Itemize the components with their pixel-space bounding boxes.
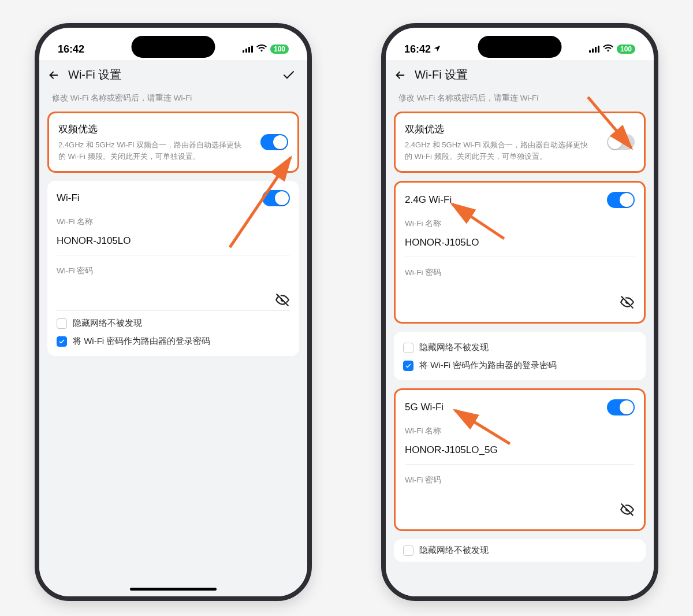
- checkbox-unchecked-icon[interactable]: [403, 546, 413, 556]
- wifi-24g-pw-value[interactable]: [405, 286, 635, 313]
- use-pw-login-row[interactable]: 将 Wi-Fi 密码作为路由器的登录密码: [57, 329, 290, 347]
- wifi-toggle[interactable]: [262, 190, 290, 206]
- hide-ssid-label: 隐藏网络不被发现: [73, 318, 142, 329]
- dual-band-desc: 2.4GHz 和 5GHz Wi-Fi 双频合一，路由器自动选择更快的 Wi-F…: [58, 139, 249, 162]
- svg-rect-5: [589, 50, 591, 53]
- checkbox-checked-icon[interactable]: [403, 361, 413, 371]
- reconnect-notice: 修改 Wi-Fi 名称或密码后，请重连 Wi-Fi: [386, 91, 654, 112]
- dual-band-toggle[interactable]: [260, 134, 288, 150]
- wifi-24g-card: 2.4G Wi-Fi Wi-Fi 名称 HONOR-J105LO Wi-Fi 密…: [394, 181, 646, 324]
- eye-off-icon[interactable]: [620, 295, 635, 313]
- notch: [478, 36, 562, 58]
- wifi-title: Wi-Fi: [57, 192, 80, 204]
- use-pw-login-row[interactable]: 将 Wi-Fi 密码作为路由器的登录密码: [403, 353, 636, 371]
- page-title: Wi-Fi 设置: [68, 67, 121, 83]
- home-indicator[interactable]: [130, 588, 217, 591]
- battery-indicator: 100: [270, 44, 289, 54]
- checkbox-unchecked-icon[interactable]: [403, 343, 413, 353]
- use-pw-login-label: 将 Wi-Fi 密码作为路由器的登录密码: [73, 336, 210, 347]
- back-icon[interactable]: [47, 69, 60, 81]
- wifi-icon: [256, 44, 267, 54]
- nav-bar: Wi-Fi 设置: [39, 60, 307, 91]
- dual-band-desc: 2.4GHz 和 5GHz Wi-Fi 双频合一，路由器自动选择更快的 Wi-F…: [405, 139, 595, 162]
- dual-band-toggle[interactable]: [607, 134, 635, 150]
- checkbox-checked-icon[interactable]: [57, 336, 67, 347]
- status-time: 16:42: [404, 43, 431, 55]
- dual-band-title: 双频优选: [58, 123, 249, 136]
- confirm-icon[interactable]: [282, 68, 296, 82]
- wifi-24g-name-value[interactable]: HONOR-J105LO: [405, 237, 635, 257]
- svg-rect-7: [595, 47, 597, 53]
- reconnect-notice: 修改 Wi-Fi 名称或密码后，请重连 Wi-Fi: [39, 91, 307, 112]
- wifi-5g-pw-value[interactable]: [405, 493, 635, 520]
- use-pw-login-label: 将 Wi-Fi 密码作为路由器的登录密码: [419, 360, 557, 371]
- wifi-name-label: Wi-Fi 名称: [57, 217, 290, 227]
- wifi-24g-title: 2.4G Wi-Fi: [405, 194, 452, 206]
- wifi-pw-value[interactable]: [57, 284, 290, 311]
- status-time: 16:42: [58, 43, 84, 55]
- dual-band-card: 双频优选 2.4GHz 和 5GHz Wi-Fi 双频合一，路由器自动选择更快的…: [47, 112, 299, 173]
- screen-right: Wi-Fi 设置 修改 Wi-Fi 名称或密码后，请重连 Wi-Fi 双频优选 …: [386, 60, 654, 596]
- hide-ssid-row[interactable]: 隐藏网络不被发现: [57, 311, 290, 329]
- wifi-5g-title: 5G Wi-Fi: [405, 402, 444, 413]
- hide-ssid-5g-card: 隐藏网络不被发现: [394, 539, 646, 562]
- back-icon[interactable]: [394, 69, 407, 81]
- svg-rect-6: [592, 49, 594, 53]
- battery-indicator: 100: [617, 44, 635, 54]
- wifi-pw-label: Wi-Fi 密码: [57, 266, 290, 276]
- wifi-name-label: Wi-Fi 名称: [405, 218, 635, 229]
- svg-rect-3: [251, 46, 253, 53]
- nav-bar: Wi-Fi 设置: [386, 60, 654, 91]
- svg-rect-8: [598, 46, 599, 53]
- eye-off-icon[interactable]: [275, 292, 290, 310]
- wifi-icon: [603, 44, 613, 54]
- wifi-5g-name-value[interactable]: HONOR-J105LO_5G: [405, 444, 635, 465]
- svg-rect-0: [243, 50, 244, 53]
- options-card: 隐藏网络不被发现 将 Wi-Fi 密码作为路由器的登录密码: [394, 332, 646, 380]
- page-title: Wi-Fi 设置: [415, 67, 468, 83]
- phone-right: 16:42 100 Wi-Fi 设置 修改 Wi-Fi 名称: [381, 23, 658, 601]
- wifi-5g-card: 5G Wi-Fi Wi-Fi 名称 HONOR-J105LO_5G Wi-Fi …: [394, 388, 646, 531]
- cellular-signal-icon: [243, 44, 253, 54]
- location-icon: [433, 43, 441, 55]
- phone-left: 16:42 100 Wi-Fi 设置 修改 Wi-Fi 名称或密码后，请重: [35, 23, 312, 601]
- wifi-card: Wi-Fi Wi-Fi 名称 HONOR-J105LO Wi-Fi 密码 隐藏网…: [47, 181, 299, 356]
- hide-ssid-5g-row[interactable]: 隐藏网络不被发现: [403, 545, 636, 556]
- wifi-24g-toggle[interactable]: [607, 192, 635, 208]
- notch: [132, 36, 215, 58]
- wifi-5g-toggle[interactable]: [607, 399, 635, 415]
- cellular-signal-icon: [589, 44, 599, 54]
- hide-ssid-5g-label: 隐藏网络不被发现: [419, 545, 489, 556]
- wifi-pw-label: Wi-Fi 密码: [405, 268, 635, 278]
- screen-left: Wi-Fi 设置 修改 Wi-Fi 名称或密码后，请重连 Wi-Fi 双频优选 …: [39, 60, 307, 596]
- svg-rect-1: [245, 49, 247, 53]
- hide-ssid-row[interactable]: 隐藏网络不被发现: [403, 335, 636, 353]
- eye-off-icon[interactable]: [620, 502, 635, 520]
- dual-band-card: 双频优选 2.4GHz 和 5GHz Wi-Fi 双频合一，路由器自动选择更快的…: [394, 112, 646, 173]
- wifi-name-label: Wi-Fi 名称: [405, 426, 635, 436]
- dual-band-title: 双频优选: [405, 123, 595, 136]
- checkbox-unchecked-icon[interactable]: [57, 318, 67, 329]
- hide-ssid-label: 隐藏网络不被发现: [419, 342, 489, 353]
- svg-rect-2: [248, 47, 250, 53]
- wifi-name-value[interactable]: HONOR-J105LO: [57, 235, 290, 255]
- wifi-pw-label: Wi-Fi 密码: [405, 475, 635, 485]
